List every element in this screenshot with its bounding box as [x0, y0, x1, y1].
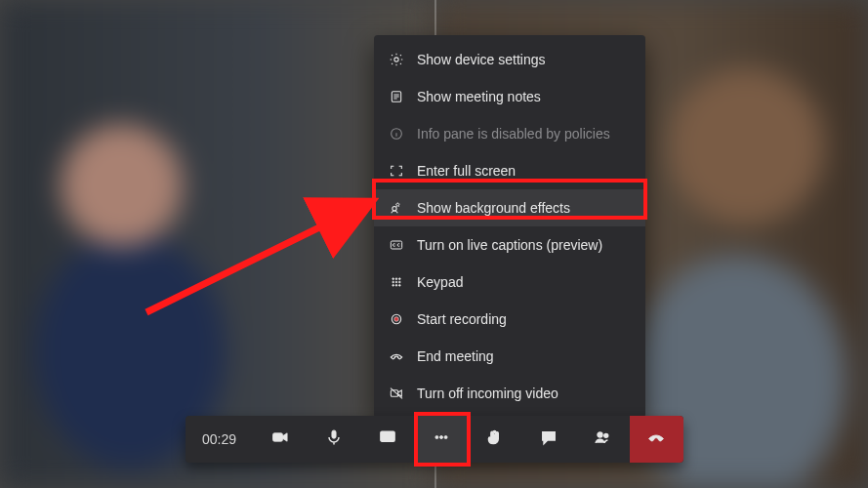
svg-point-12	[395, 284, 397, 286]
menu-item-keypad[interactable]: Keypad	[374, 264, 645, 301]
meeting-timer: 00:29	[186, 416, 254, 463]
meeting-timer-text: 00:29	[202, 431, 236, 447]
svg-point-3	[393, 207, 396, 211]
svg-rect-17	[273, 433, 283, 441]
menu-item-info-pane-disabled: Info pane is disabled by policies	[374, 115, 645, 152]
record-icon	[388, 310, 405, 328]
svg-point-13	[398, 284, 400, 286]
menu-item-label: End meeting	[417, 348, 494, 364]
menu-item-label: Turn on live captions (preview)	[417, 237, 602, 253]
microphone-button[interactable]	[308, 416, 361, 463]
menu-item-label: Keypad	[417, 274, 463, 290]
svg-point-24	[604, 433, 608, 437]
menu-item-device-settings[interactable]: Show device settings	[374, 41, 645, 78]
menu-item-label: Turn off incoming video	[417, 386, 558, 401]
svg-point-15	[394, 317, 399, 322]
svg-point-0	[394, 58, 398, 61]
svg-point-20	[435, 436, 438, 439]
show-conversation-button[interactable]	[522, 416, 576, 463]
menu-item-meeting-notes[interactable]: Show meeting notes	[374, 78, 645, 115]
fullscreen-icon	[388, 162, 405, 180]
menu-item-incoming-video-off[interactable]: Turn off incoming video	[374, 375, 645, 412]
keypad-icon	[388, 273, 405, 291]
people-icon	[593, 427, 612, 451]
participant-tile-left	[0, 0, 434, 488]
show-participants-button[interactable]	[576, 416, 630, 463]
svg-point-7	[398, 278, 400, 280]
microphone-icon	[324, 427, 344, 451]
raise-hand-icon	[485, 427, 505, 451]
camera-icon	[270, 427, 290, 451]
menu-item-fullscreen[interactable]: Enter full screen	[374, 152, 645, 189]
raise-hand-button[interactable]	[469, 416, 522, 463]
background-effects-icon	[388, 199, 405, 217]
menu-item-label: Info pane is disabled by policies	[417, 126, 610, 142]
svg-point-23	[598, 432, 602, 437]
more-actions-button[interactable]	[415, 416, 469, 463]
svg-rect-18	[332, 430, 336, 438]
menu-item-background-effects[interactable]: Show background effects	[374, 189, 645, 226]
end-call-icon	[388, 347, 405, 365]
svg-point-9	[395, 281, 397, 283]
notes-icon	[388, 88, 405, 105]
menu-item-label: Show background effects	[417, 200, 570, 216]
more-actions-menu: Show device settings Show meeting notes …	[374, 35, 645, 418]
share-screen-icon	[378, 427, 397, 451]
hang-up-icon	[646, 427, 666, 451]
incoming-video-off-icon	[388, 385, 405, 402]
menu-item-end-meeting[interactable]: End meeting	[374, 338, 645, 375]
svg-point-22	[444, 436, 447, 439]
hang-up-button[interactable]	[630, 416, 683, 463]
gear-icon	[388, 51, 405, 68]
camera-button[interactable]	[254, 416, 308, 463]
menu-item-start-recording[interactable]: Start recording	[374, 301, 645, 338]
menu-item-label: Start recording	[417, 311, 507, 327]
svg-point-11	[393, 284, 394, 286]
menu-item-live-captions[interactable]: Turn on live captions (preview)	[374, 226, 645, 264]
meeting-control-bar: 00:29	[186, 416, 683, 463]
menu-item-label: Enter full screen	[417, 163, 516, 179]
svg-point-10	[398, 281, 400, 283]
share-screen-button[interactable]	[361, 416, 415, 463]
chat-icon	[539, 427, 558, 451]
svg-point-8	[393, 281, 394, 283]
svg-point-5	[393, 278, 394, 280]
info-icon	[388, 125, 405, 142]
svg-point-21	[440, 436, 443, 439]
svg-point-6	[395, 278, 397, 280]
ellipsis-icon	[432, 427, 451, 451]
menu-item-label: Show meeting notes	[417, 89, 541, 104]
menu-item-label: Show device settings	[417, 52, 546, 67]
cc-icon	[388, 236, 405, 254]
